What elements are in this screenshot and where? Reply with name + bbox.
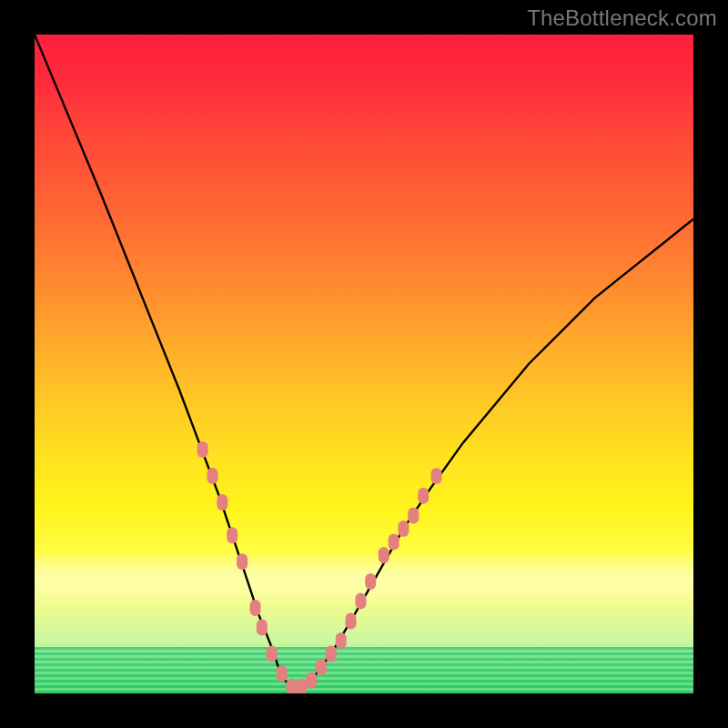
bottleneck-curve [35, 35, 693, 687]
plot-area [35, 35, 693, 693]
curve-marker [237, 553, 248, 570]
curve-marker [257, 620, 268, 636]
curve-marker [286, 679, 297, 693]
curve-marker [398, 521, 409, 537]
curve-marker [316, 659, 327, 675]
curve-marker [408, 508, 419, 524]
curve-marker [336, 632, 347, 649]
curve-marker [207, 468, 218, 484]
curve-layer [35, 35, 693, 693]
curve-marker [267, 646, 278, 662]
curve-marker [418, 488, 429, 504]
curve-marker [197, 441, 208, 458]
curve-marker [277, 665, 288, 682]
curve-markers [197, 441, 442, 693]
curve-marker [326, 646, 337, 662]
curve-marker [365, 573, 376, 590]
chart-frame: TheBottleneck.com [0, 0, 728, 728]
curve-marker [217, 494, 228, 511]
curve-marker [431, 468, 442, 484]
curve-marker [296, 679, 307, 693]
curve-marker [389, 534, 399, 551]
curve-marker [355, 593, 366, 610]
curve-marker [227, 527, 238, 543]
watermark-text: TheBottleneck.com [527, 5, 717, 31]
curve-marker [250, 600, 261, 616]
curve-marker [346, 612, 357, 629]
curve-marker [379, 547, 389, 563]
curve-marker [306, 672, 317, 689]
